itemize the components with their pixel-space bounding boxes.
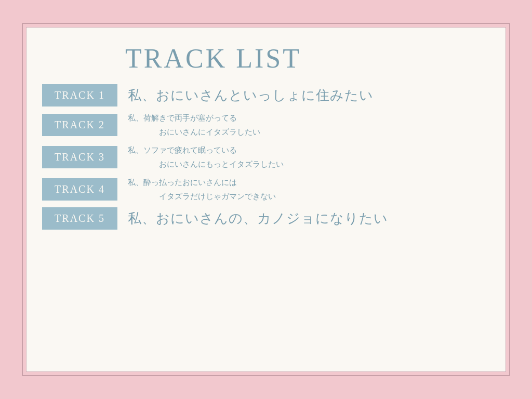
track-label-3: TRACK 3 xyxy=(42,146,117,168)
track-text-2: 私、荷解きで両手が塞がってる おにいさんにイタズラしたい xyxy=(128,111,480,139)
track-item-4: TRACK 4 私、酔っ払ったおにいさんには イタズラだけじゃガマンできない xyxy=(42,175,480,203)
track-text-4-line1: 私、酔っ払ったおにいさんには xyxy=(128,178,237,187)
track-text-3-line2: おにいさんにもっとイタズラしたい xyxy=(159,157,480,171)
track-text-1: 私、おにいさんといっしょに住みたい xyxy=(128,86,480,104)
track-item-3: TRACK 3 私、ソファで疲れて眠っている おにいさんにもっとイタズラしたい xyxy=(42,143,480,171)
track-label-4: TRACK 4 xyxy=(42,178,117,201)
track-label-2: TRACK 2 xyxy=(42,114,117,136)
track-item-2: TRACK 2 私、荷解きで両手が塞がってる おにいさんにイタズラしたい xyxy=(42,111,480,139)
track-text-2-line2: おにいさんにイタズラしたい xyxy=(159,125,480,139)
page-title: TRACK LIST xyxy=(125,43,480,74)
track-label-5: TRACK 5 xyxy=(42,207,117,230)
track-text-3: 私、ソファで疲れて眠っている おにいさんにもっとイタズラしたい xyxy=(128,143,480,171)
outer-border: TRACK LIST TRACK 1 私、おにいさんといっしょに住みたい TRA… xyxy=(22,23,510,376)
track-text-2-line1: 私、荷解きで両手が塞がってる xyxy=(128,113,237,122)
track-text-4-line2: イタズラだけじゃガマンできない xyxy=(159,189,480,203)
track-text-4: 私、酔っ払ったおにいさんには イタズラだけじゃガマンできない xyxy=(128,175,480,203)
track-list: TRACK 1 私、おにいさんといっしょに住みたい TRACK 2 私、荷解きで… xyxy=(42,84,480,230)
track-text-3-line1: 私、ソファで疲れて眠っている xyxy=(128,145,237,154)
track-text-5: 私、おにいさんの、カノジョになりたい xyxy=(128,209,480,228)
track-label-1: TRACK 1 xyxy=(42,84,117,107)
track-item-1: TRACK 1 私、おにいさんといっしょに住みたい xyxy=(42,84,480,107)
track-item-5: TRACK 5 私、おにいさんの、カノジョになりたい xyxy=(42,207,480,230)
inner-card: TRACK LIST TRACK 1 私、おにいさんといっしょに住みたい TRA… xyxy=(26,27,506,372)
